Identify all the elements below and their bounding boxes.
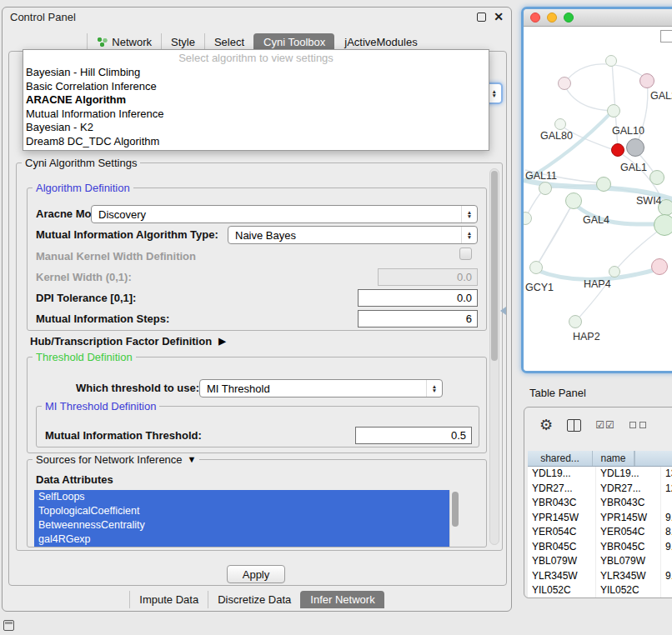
aracne-mode-combobox[interactable]: Discovery ▲▼: [91, 205, 478, 223]
control-panel-tab[interactable]: Style: [161, 33, 204, 51]
gear-icon[interactable]: ⚙: [539, 418, 553, 432]
table-row[interactable]: YIL052C YIL052C: [528, 583, 672, 598]
deselect-all-icon[interactable]: [629, 422, 646, 428]
cell-value[interactable]: 9.: [661, 569, 672, 584]
manual-kernel-width-checkbox[interactable]: [459, 248, 472, 260]
dpi-tolerance-field[interactable]: 0.0: [358, 289, 478, 307]
control-panel-tab[interactable]: Select: [204, 33, 253, 51]
control-panel-tab[interactable]: jActiveModules: [334, 33, 426, 51]
cell-value[interactable]: 9.: [661, 511, 672, 526]
network-node[interactable]: [605, 55, 617, 67]
column-header[interactable]: [634, 451, 635, 466]
cell-value[interactable]: 8.: [661, 525, 672, 540]
attribute-list-item[interactable]: SelfLoops: [34, 490, 449, 504]
network-node[interactable]: [611, 143, 624, 157]
cell-name[interactable]: YBR045C: [596, 540, 661, 555]
network-node[interactable]: [651, 258, 668, 275]
list-scrollbar[interactable]: [449, 490, 459, 547]
kernel-width-field[interactable]: 0.0: [378, 268, 478, 286]
cell-name[interactable]: YBR043C: [596, 496, 661, 511]
close-traffic-light[interactable]: [530, 12, 540, 22]
attribute-list-item[interactable]: BetweennessCentrality: [34, 518, 449, 532]
dropdown-item[interactable]: ARACNE Algorithm: [23, 93, 489, 108]
table-row[interactable]: YDR27... YDR27... 12: [528, 482, 672, 497]
scrollbar-thumb[interactable]: [452, 492, 459, 527]
network-node[interactable]: [539, 182, 552, 195]
bottom-tab[interactable]: Impute Data: [129, 591, 208, 608]
control-panel-tab[interactable]: Network: [87, 33, 161, 51]
split-divider-collapse-icon[interactable]: [500, 307, 506, 315]
table-row[interactable]: YPR145W YPR145W 9.: [528, 511, 672, 526]
zoom-traffic-light[interactable]: [564, 12, 574, 22]
attribute-list-item[interactable]: TopologicalCoefficient: [34, 504, 449, 518]
network-node[interactable]: [569, 315, 582, 328]
canvas-corner-box[interactable]: [660, 30, 672, 42]
cell-shared-name[interactable]: YDL19...: [528, 467, 596, 482]
network-node[interactable]: [607, 104, 620, 118]
control-panel-tab[interactable]: Cyni Toolbox: [253, 33, 334, 51]
table-row[interactable]: YER054C YER054C 8.: [528, 525, 672, 540]
cell-shared-name[interactable]: YPR145W: [528, 511, 596, 526]
dropdown-item[interactable]: Mutual Information Inference: [23, 108, 489, 122]
network-node[interactable]: [554, 118, 566, 130]
table-row[interactable]: YDL19... YDL19... 13: [528, 467, 672, 482]
column-header[interactable]: shared...: [528, 451, 593, 466]
table-row[interactable]: YBR043C YBR043C: [528, 496, 672, 511]
cell-name[interactable]: YDR27...: [596, 482, 661, 497]
cell-value[interactable]: [661, 554, 672, 569]
float-panel-icon[interactable]: [3, 620, 14, 631]
dropdown-item[interactable]: Bayesian - K2: [23, 121, 489, 135]
cell-value[interactable]: [661, 583, 672, 598]
network-node[interactable]: [558, 77, 571, 90]
network-node[interactable]: [626, 138, 644, 157]
cell-name[interactable]: YIL052C: [596, 583, 661, 598]
network-node[interactable]: [654, 214, 672, 236]
network-node[interactable]: [649, 170, 664, 185]
which-threshold-combobox[interactable]: MI Threshold ▲▼: [199, 379, 443, 398]
cell-shared-name[interactable]: YDR27...: [528, 482, 596, 497]
cell-value[interactable]: 13: [661, 467, 672, 482]
attribute-list-item[interactable]: gal4RGexp: [34, 532, 449, 547]
settings-scrollbar[interactable]: [489, 168, 499, 545]
network-node[interactable]: [565, 192, 582, 209]
hub-transcription-factor-toggle[interactable]: Hub/Transcription Factor Definition ▶: [30, 333, 226, 348]
dropdown-item[interactable]: Bayesian - Hill Climbing: [23, 66, 489, 80]
network-node[interactable]: [596, 177, 611, 192]
dropdown-item[interactable]: Dream8 DC_TDC Algorithm: [23, 135, 489, 149]
cell-shared-name[interactable]: YBR045C: [528, 540, 596, 555]
close-icon[interactable]: ✕: [494, 12, 504, 22]
table-row[interactable]: YLR345W YLR345W 9.: [528, 569, 672, 584]
column-header[interactable]: name: [593, 451, 634, 466]
cell-name[interactable]: YLR345W: [596, 569, 661, 584]
dropdown-item[interactable]: Basic Correlation Inference: [23, 80, 489, 94]
select-all-icon[interactable]: ☑☑: [595, 419, 615, 431]
cell-value[interactable]: [661, 496, 672, 511]
network-node[interactable]: [609, 266, 620, 278]
cell-shared-name[interactable]: YLR345W: [528, 569, 596, 584]
network-node[interactable]: [529, 261, 543, 274]
bottom-tab[interactable]: Infer Network: [300, 591, 384, 608]
cell-shared-name[interactable]: YBL079W: [528, 554, 596, 569]
cell-name[interactable]: YER054C: [596, 525, 661, 540]
network-canvas[interactable]: GAL2GAL80GAL10GAL11GAL1SWI4GAL4GCY1HAP4H…: [524, 27, 672, 371]
table-row[interactable]: YBR045C YBR045C 9.: [528, 540, 672, 555]
cell-name[interactable]: YDL19...: [596, 467, 661, 482]
float-window-icon[interactable]: [477, 12, 486, 22]
table-row[interactable]: YBL079W YBL079W: [528, 554, 672, 569]
columns-icon[interactable]: [567, 419, 581, 432]
cell-shared-name[interactable]: YER054C: [528, 525, 596, 540]
mi-steps-field[interactable]: 6: [358, 310, 478, 328]
cell-value[interactable]: 9.: [661, 540, 672, 555]
scrollbar-thumb[interactable]: [491, 171, 498, 361]
sources-toggle[interactable]: Sources for Network Inference ▼: [33, 453, 199, 466]
cell-shared-name[interactable]: YIL052C: [528, 583, 596, 598]
mi-algorithm-type-combobox[interactable]: Naive Bayes ▲▼: [228, 226, 478, 244]
cell-name[interactable]: YPR145W: [596, 511, 661, 526]
cell-name[interactable]: YBL079W: [596, 554, 661, 569]
mi-threshold-field[interactable]: 0.5: [355, 427, 472, 444]
apply-button[interactable]: Apply: [227, 565, 285, 583]
minimize-traffic-light[interactable]: [547, 12, 557, 22]
cell-shared-name[interactable]: YBR043C: [528, 496, 596, 511]
network-node[interactable]: [639, 73, 654, 88]
cell-value[interactable]: 12: [661, 482, 672, 497]
